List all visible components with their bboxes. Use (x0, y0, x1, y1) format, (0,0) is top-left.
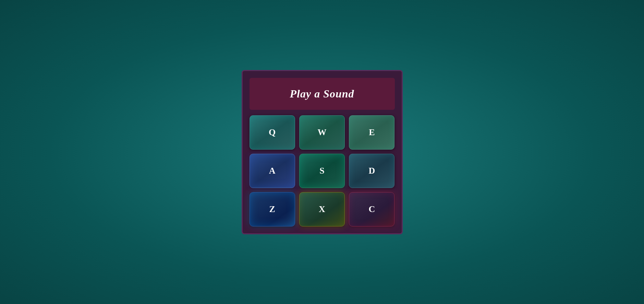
key-s-button[interactable]: S (299, 154, 345, 188)
key-d-button[interactable]: D (349, 154, 394, 188)
title-area: Play a Sound (250, 78, 395, 110)
key-a-button[interactable]: A (250, 154, 295, 188)
key-e-button[interactable]: E (349, 115, 394, 150)
key-z-button[interactable]: Z (250, 192, 295, 226)
sound-panel: Play a Sound Q W E A S D Z X C (242, 70, 403, 234)
key-z-label: Z (269, 204, 275, 214)
key-w-button[interactable]: W (299, 115, 345, 150)
key-c-button[interactable]: C (349, 192, 394, 226)
key-x-button[interactable]: X (299, 192, 345, 226)
key-q-button[interactable]: Q (250, 115, 295, 150)
key-q-label: Q (269, 127, 276, 138)
key-c-label: C (368, 204, 375, 214)
key-a-label: A (269, 166, 276, 176)
panel-title: Play a Sound (290, 87, 354, 100)
key-s-label: S (319, 166, 324, 176)
key-d-label: D (368, 166, 375, 176)
keys-grid: Q W E A S D Z X C (250, 115, 395, 226)
key-e-label: E (369, 127, 375, 138)
key-w-label: W (317, 127, 326, 138)
key-x-label: X (319, 204, 325, 214)
